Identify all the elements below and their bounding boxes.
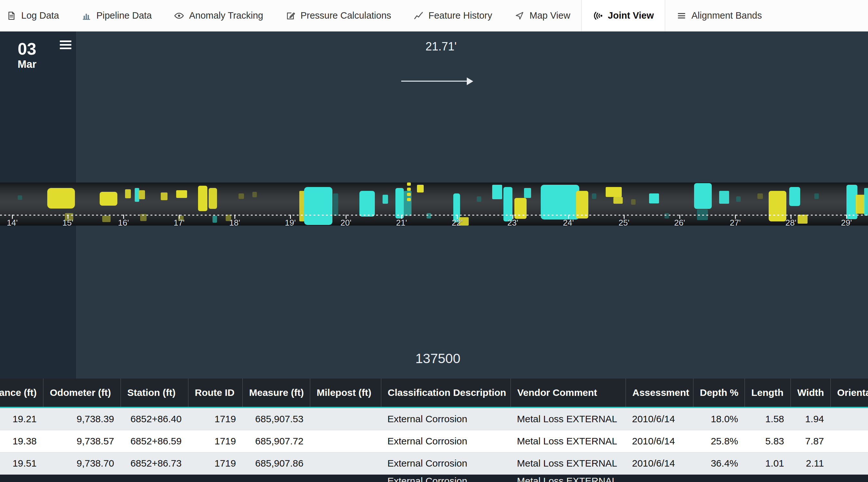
anomaly-patch[interactable] — [757, 193, 763, 199]
anomaly-patch[interactable] — [102, 216, 111, 222]
cell-classification-description: External Corrosion — [381, 430, 510, 452]
anomaly-patch[interactable] — [814, 193, 819, 199]
column-header-route-id[interactable]: Route ID — [188, 379, 242, 407]
anomaly-patch[interactable] — [736, 196, 741, 202]
tab-map-view[interactable]: Map View — [503, 0, 581, 31]
ruler-label: 23' — [507, 218, 518, 228]
joint-view-icon — [592, 10, 603, 21]
column-header-milepost-ft[interactable]: Milepost (ft) — [310, 379, 381, 407]
top-toolbar: Log DataPipeline DataAnomaly TrackingPre… — [0, 0, 868, 31]
ruler-label: 24' — [563, 218, 574, 228]
column-header-distance-ft[interactable]: Distance (ft) — [0, 379, 43, 407]
tab-alignment-bands[interactable]: Alignment Bands — [665, 0, 773, 31]
table-body: 19.219,738.396852+86.401719685,907.53Ext… — [0, 408, 868, 482]
anomaly-patch[interactable] — [613, 197, 623, 204]
anomaly-patch[interactable] — [407, 198, 411, 201]
tab-label: Pressure Calculations — [301, 10, 391, 21]
anomaly-patch[interactable] — [515, 198, 527, 219]
anomaly-patch[interactable] — [396, 188, 404, 219]
anomaly-patch[interactable] — [649, 193, 659, 203]
anomaly-patch[interactable] — [503, 187, 513, 221]
pipeline-3d-render[interactable]: 14'15'16'17'18'19'20'21'22'23'24'25'26'2… — [0, 183, 868, 226]
table-row-partial[interactable]: External CorrosionMetal Loss EXTERNAL — [0, 475, 868, 482]
ruler-label: 15' — [62, 218, 73, 228]
hamburger-icon[interactable] — [60, 40, 71, 50]
anomaly-patch[interactable] — [213, 216, 217, 223]
cell-measure-ft: 685,907.86 — [242, 452, 310, 474]
anomaly-patch[interactable] — [47, 188, 75, 208]
anomaly-patch[interactable] — [524, 188, 531, 198]
column-header-vendor-comment[interactable]: Vendor Comment — [510, 379, 626, 407]
cell-depth: 18.0% — [693, 408, 745, 430]
tab-feature-history[interactable]: Feature History — [402, 0, 503, 31]
tab-anomaly-tracking[interactable]: Anomaly Tracking — [163, 0, 274, 31]
table-row[interactable]: 19.389,738.576852+86.591719685,907.72Ext… — [0, 430, 868, 452]
anomaly-patch[interactable] — [856, 195, 865, 214]
column-header-depth[interactable]: Depth % — [693, 379, 745, 407]
column-header-orientation[interactable]: Orientation — [830, 379, 868, 407]
tab-log-data[interactable]: Log Data — [0, 0, 70, 31]
cell-route-id: 1719 — [188, 430, 242, 452]
anomaly-patch[interactable] — [304, 187, 333, 225]
anomaly-patch[interactable] — [139, 190, 145, 199]
tab-pressure-calculations[interactable]: Pressure Calculations — [274, 0, 402, 31]
anomaly-patch[interactable] — [631, 199, 636, 205]
cell-milepost-ft — [310, 475, 381, 482]
anomaly-patch[interactable] — [492, 185, 502, 199]
column-header-measure-ft[interactable]: Measure (ft) — [242, 379, 310, 407]
anomaly-patch[interactable] — [209, 188, 217, 209]
anomaly-patch[interactable] — [198, 186, 207, 211]
anomaly-patch[interactable] — [135, 188, 139, 202]
anomaly-patch[interactable] — [694, 183, 712, 209]
anomaly-patch[interactable] — [427, 213, 431, 219]
cell-vendor-comment: Metal Loss EXTERNAL — [510, 475, 626, 482]
anomaly-patch[interactable] — [864, 188, 868, 216]
ruler-label: 17' — [174, 218, 185, 228]
anomaly-patch[interactable] — [18, 195, 22, 200]
column-header-assessment[interactable]: Assessment — [626, 379, 693, 407]
table-row[interactable]: 19.519,738.706852+86.731719685,907.86Ext… — [0, 452, 868, 475]
joint-view-canvas[interactable]: 03 Mar 21.71' 14'15'16'17'18'19'20'21'22… — [0, 31, 868, 379]
cell-station-ft: 6852+86.40 — [121, 408, 188, 430]
anomaly-patch[interactable] — [161, 192, 167, 200]
anomaly-patch[interactable] — [606, 187, 622, 197]
cell-odometer-ft: 9,738.70 — [43, 452, 121, 474]
anomaly-patch[interactable] — [664, 213, 669, 219]
anomaly-patch[interactable] — [407, 193, 411, 196]
anomaly-patch[interactable] — [789, 187, 800, 206]
column-header-classification-description[interactable]: Classification Description — [381, 379, 510, 407]
anomaly-patch[interactable] — [125, 189, 131, 198]
anomaly-patch[interactable] — [407, 183, 411, 186]
eye-icon — [174, 10, 185, 21]
table-row[interactable]: 19.219,738.396852+86.401719685,907.53Ext… — [0, 408, 868, 430]
anomaly-patch[interactable] — [239, 193, 244, 199]
anomaly-patch[interactable] — [541, 185, 579, 220]
column-header-odometer-ft[interactable]: Odometer (ft) — [43, 379, 121, 407]
anomaly-patch[interactable] — [299, 191, 305, 221]
anomaly-patch[interactable] — [252, 192, 257, 197]
anomaly-patch[interactable] — [176, 190, 187, 198]
ruler-label: 16' — [118, 218, 129, 228]
anomaly-patch[interactable] — [417, 185, 424, 192]
cell-width: 7.87 — [790, 430, 830, 452]
column-header-width[interactable]: Width — [790, 379, 830, 407]
compose-icon — [285, 10, 296, 21]
anomaly-patch[interactable] — [360, 191, 375, 217]
cell-depth: 36.4% — [693, 452, 745, 474]
anomaly-patch[interactable] — [382, 195, 388, 204]
anomaly-patch[interactable] — [592, 193, 596, 199]
cell-measure-ft: 685,907.72 — [242, 430, 310, 452]
anomaly-patch[interactable] — [769, 191, 786, 221]
anomaly-patch[interactable] — [798, 215, 808, 224]
tab-pipeline-data[interactable]: Pipeline Data — [70, 0, 163, 31]
tab-label: Joint View — [608, 10, 654, 21]
anomaly-patch[interactable] — [407, 188, 411, 191]
column-header-station-ft[interactable]: Station (ft) — [121, 379, 188, 407]
column-header-length[interactable]: Length — [745, 379, 790, 407]
cell-length: 5.83 — [745, 430, 790, 452]
anomaly-patch[interactable] — [333, 193, 338, 216]
anomaly-patch[interactable] — [719, 191, 729, 204]
anomaly-patch[interactable] — [100, 192, 117, 206]
tab-joint-view[interactable]: Joint View — [581, 0, 665, 31]
anomaly-patch[interactable] — [477, 196, 481, 202]
